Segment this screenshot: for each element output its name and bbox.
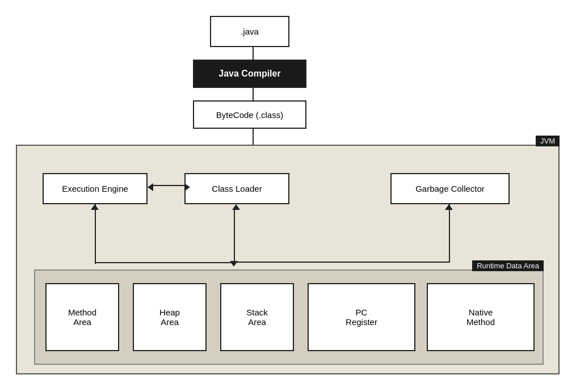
rda-container: Runtime Data Area Method Area Heap Area … bbox=[34, 269, 544, 365]
java-compiler-box: Java Compiler bbox=[193, 60, 306, 88]
stack-area-box: Stack Area bbox=[220, 283, 294, 351]
arrow-gc-vert-line bbox=[449, 204, 450, 263]
arrow-cl-rda-vline bbox=[234, 210, 235, 261]
arrow-rda-gc-horiz bbox=[234, 262, 450, 263]
arrow-gc-up-head bbox=[445, 204, 453, 210]
execution-engine-box: Execution Engine bbox=[43, 173, 148, 204]
garbage-collector-box: Garbage Collector bbox=[390, 173, 510, 204]
arrow-ee-up-head bbox=[91, 204, 99, 210]
rda-label: Runtime Data Area bbox=[472, 260, 544, 271]
arrow-ee-down-line bbox=[95, 204, 96, 264]
heap-area-box: Heap Area bbox=[133, 283, 207, 351]
native-method-box: Native Method bbox=[427, 283, 535, 351]
method-area-box: Method Area bbox=[45, 283, 119, 351]
pc-register-box: PC Register bbox=[308, 283, 415, 351]
arrow-ee-cl-line bbox=[153, 185, 184, 186]
class-loader-box: Class Loader bbox=[184, 173, 289, 204]
diagram-container: .java Java Compiler ByteCode (.class) JV… bbox=[0, 0, 576, 392]
jvm-container: JVM Execution Engine Class Loader Garbag… bbox=[16, 145, 560, 374]
bytecode-box: ByteCode (.class) bbox=[193, 100, 306, 129]
java-file-box: .java bbox=[210, 16, 289, 47]
arrow-ee-cl-left-head bbox=[148, 183, 153, 191]
arrow-ee-horiz-line bbox=[95, 262, 235, 263]
arrow-cl-rda-up-head bbox=[232, 204, 240, 210]
jvm-label: JVM bbox=[536, 136, 560, 146]
arrow-ee-cl-right-head bbox=[184, 183, 190, 191]
